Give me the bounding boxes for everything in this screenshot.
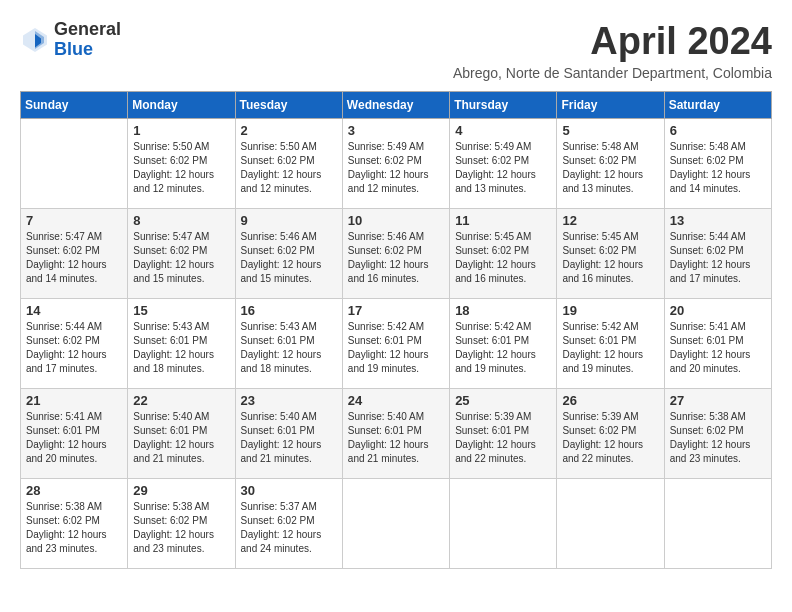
day-number: 21 — [26, 393, 122, 408]
day-number: 30 — [241, 483, 337, 498]
day-number: 7 — [26, 213, 122, 228]
calendar-cell: 4Sunrise: 5:49 AMSunset: 6:02 PMDaylight… — [450, 119, 557, 209]
calendar-body: 1Sunrise: 5:50 AMSunset: 6:02 PMDaylight… — [21, 119, 772, 569]
day-info: Sunrise: 5:39 AMSunset: 6:02 PMDaylight:… — [562, 410, 658, 466]
day-number: 27 — [670, 393, 766, 408]
calendar-cell: 21Sunrise: 5:41 AMSunset: 6:01 PMDayligh… — [21, 389, 128, 479]
day-number: 24 — [348, 393, 444, 408]
weekday-header-thursday: Thursday — [450, 92, 557, 119]
calendar-cell: 5Sunrise: 5:48 AMSunset: 6:02 PMDaylight… — [557, 119, 664, 209]
day-info: Sunrise: 5:41 AMSunset: 6:01 PMDaylight:… — [670, 320, 766, 376]
calendar-cell: 3Sunrise: 5:49 AMSunset: 6:02 PMDaylight… — [342, 119, 449, 209]
day-info: Sunrise: 5:39 AMSunset: 6:01 PMDaylight:… — [455, 410, 551, 466]
logo-icon — [20, 25, 50, 55]
day-info: Sunrise: 5:37 AMSunset: 6:02 PMDaylight:… — [241, 500, 337, 556]
calendar-week-row: 1Sunrise: 5:50 AMSunset: 6:02 PMDaylight… — [21, 119, 772, 209]
day-info: Sunrise: 5:42 AMSunset: 6:01 PMDaylight:… — [455, 320, 551, 376]
day-info: Sunrise: 5:45 AMSunset: 6:02 PMDaylight:… — [455, 230, 551, 286]
day-number: 13 — [670, 213, 766, 228]
day-info: Sunrise: 5:46 AMSunset: 6:02 PMDaylight:… — [348, 230, 444, 286]
calendar-cell: 20Sunrise: 5:41 AMSunset: 6:01 PMDayligh… — [664, 299, 771, 389]
page-header: General Blue April 2024 Abrego, Norte de… — [20, 20, 772, 81]
calendar-cell: 28Sunrise: 5:38 AMSunset: 6:02 PMDayligh… — [21, 479, 128, 569]
day-info: Sunrise: 5:45 AMSunset: 6:02 PMDaylight:… — [562, 230, 658, 286]
day-info: Sunrise: 5:40 AMSunset: 6:01 PMDaylight:… — [133, 410, 229, 466]
calendar-cell: 11Sunrise: 5:45 AMSunset: 6:02 PMDayligh… — [450, 209, 557, 299]
day-number: 14 — [26, 303, 122, 318]
day-number: 5 — [562, 123, 658, 138]
weekday-header-friday: Friday — [557, 92, 664, 119]
calendar-cell — [21, 119, 128, 209]
day-info: Sunrise: 5:41 AMSunset: 6:01 PMDaylight:… — [26, 410, 122, 466]
day-number: 3 — [348, 123, 444, 138]
calendar-cell: 19Sunrise: 5:42 AMSunset: 6:01 PMDayligh… — [557, 299, 664, 389]
day-info: Sunrise: 5:44 AMSunset: 6:02 PMDaylight:… — [26, 320, 122, 376]
calendar-cell — [342, 479, 449, 569]
day-number: 8 — [133, 213, 229, 228]
calendar-week-row: 7Sunrise: 5:47 AMSunset: 6:02 PMDaylight… — [21, 209, 772, 299]
calendar-cell: 26Sunrise: 5:39 AMSunset: 6:02 PMDayligh… — [557, 389, 664, 479]
month-title: April 2024 — [453, 20, 772, 63]
calendar-cell: 9Sunrise: 5:46 AMSunset: 6:02 PMDaylight… — [235, 209, 342, 299]
title-area: April 2024 Abrego, Norte de Santander De… — [453, 20, 772, 81]
calendar-cell: 24Sunrise: 5:40 AMSunset: 6:01 PMDayligh… — [342, 389, 449, 479]
calendar-week-row: 21Sunrise: 5:41 AMSunset: 6:01 PMDayligh… — [21, 389, 772, 479]
day-info: Sunrise: 5:40 AMSunset: 6:01 PMDaylight:… — [348, 410, 444, 466]
day-number: 23 — [241, 393, 337, 408]
day-number: 15 — [133, 303, 229, 318]
calendar-week-row: 28Sunrise: 5:38 AMSunset: 6:02 PMDayligh… — [21, 479, 772, 569]
calendar-cell: 27Sunrise: 5:38 AMSunset: 6:02 PMDayligh… — [664, 389, 771, 479]
day-number: 4 — [455, 123, 551, 138]
day-info: Sunrise: 5:38 AMSunset: 6:02 PMDaylight:… — [670, 410, 766, 466]
weekday-header-sunday: Sunday — [21, 92, 128, 119]
day-number: 6 — [670, 123, 766, 138]
weekday-header-monday: Monday — [128, 92, 235, 119]
calendar-cell: 7Sunrise: 5:47 AMSunset: 6:02 PMDaylight… — [21, 209, 128, 299]
calendar-cell: 13Sunrise: 5:44 AMSunset: 6:02 PMDayligh… — [664, 209, 771, 299]
day-number: 11 — [455, 213, 551, 228]
day-info: Sunrise: 5:38 AMSunset: 6:02 PMDaylight:… — [133, 500, 229, 556]
day-info: Sunrise: 5:50 AMSunset: 6:02 PMDaylight:… — [133, 140, 229, 196]
day-number: 10 — [348, 213, 444, 228]
day-info: Sunrise: 5:47 AMSunset: 6:02 PMDaylight:… — [26, 230, 122, 286]
day-info: Sunrise: 5:50 AMSunset: 6:02 PMDaylight:… — [241, 140, 337, 196]
day-info: Sunrise: 5:42 AMSunset: 6:01 PMDaylight:… — [562, 320, 658, 376]
day-number: 16 — [241, 303, 337, 318]
calendar-cell: 14Sunrise: 5:44 AMSunset: 6:02 PMDayligh… — [21, 299, 128, 389]
calendar-cell — [557, 479, 664, 569]
calendar-cell: 12Sunrise: 5:45 AMSunset: 6:02 PMDayligh… — [557, 209, 664, 299]
day-info: Sunrise: 5:43 AMSunset: 6:01 PMDaylight:… — [133, 320, 229, 376]
day-info: Sunrise: 5:43 AMSunset: 6:01 PMDaylight:… — [241, 320, 337, 376]
day-number: 19 — [562, 303, 658, 318]
calendar-table: SundayMondayTuesdayWednesdayThursdayFrid… — [20, 91, 772, 569]
logo: General Blue — [20, 20, 121, 60]
day-info: Sunrise: 5:48 AMSunset: 6:02 PMDaylight:… — [670, 140, 766, 196]
day-info: Sunrise: 5:44 AMSunset: 6:02 PMDaylight:… — [670, 230, 766, 286]
day-info: Sunrise: 5:46 AMSunset: 6:02 PMDaylight:… — [241, 230, 337, 286]
weekday-header-saturday: Saturday — [664, 92, 771, 119]
calendar-header: SundayMondayTuesdayWednesdayThursdayFrid… — [21, 92, 772, 119]
logo-text: General Blue — [54, 20, 121, 60]
day-number: 29 — [133, 483, 229, 498]
calendar-cell: 10Sunrise: 5:46 AMSunset: 6:02 PMDayligh… — [342, 209, 449, 299]
calendar-cell: 30Sunrise: 5:37 AMSunset: 6:02 PMDayligh… — [235, 479, 342, 569]
logo-blue-text: Blue — [54, 40, 121, 60]
calendar-cell — [450, 479, 557, 569]
weekday-header-wednesday: Wednesday — [342, 92, 449, 119]
calendar-cell: 2Sunrise: 5:50 AMSunset: 6:02 PMDaylight… — [235, 119, 342, 209]
calendar-cell: 17Sunrise: 5:42 AMSunset: 6:01 PMDayligh… — [342, 299, 449, 389]
day-number: 20 — [670, 303, 766, 318]
location-title: Abrego, Norte de Santander Department, C… — [453, 65, 772, 81]
day-info: Sunrise: 5:42 AMSunset: 6:01 PMDaylight:… — [348, 320, 444, 376]
day-number: 25 — [455, 393, 551, 408]
day-number: 18 — [455, 303, 551, 318]
day-number: 28 — [26, 483, 122, 498]
day-number: 2 — [241, 123, 337, 138]
day-number: 22 — [133, 393, 229, 408]
day-info: Sunrise: 5:49 AMSunset: 6:02 PMDaylight:… — [348, 140, 444, 196]
day-info: Sunrise: 5:48 AMSunset: 6:02 PMDaylight:… — [562, 140, 658, 196]
day-info: Sunrise: 5:47 AMSunset: 6:02 PMDaylight:… — [133, 230, 229, 286]
day-number: 17 — [348, 303, 444, 318]
calendar-cell: 6Sunrise: 5:48 AMSunset: 6:02 PMDaylight… — [664, 119, 771, 209]
calendar-cell: 16Sunrise: 5:43 AMSunset: 6:01 PMDayligh… — [235, 299, 342, 389]
